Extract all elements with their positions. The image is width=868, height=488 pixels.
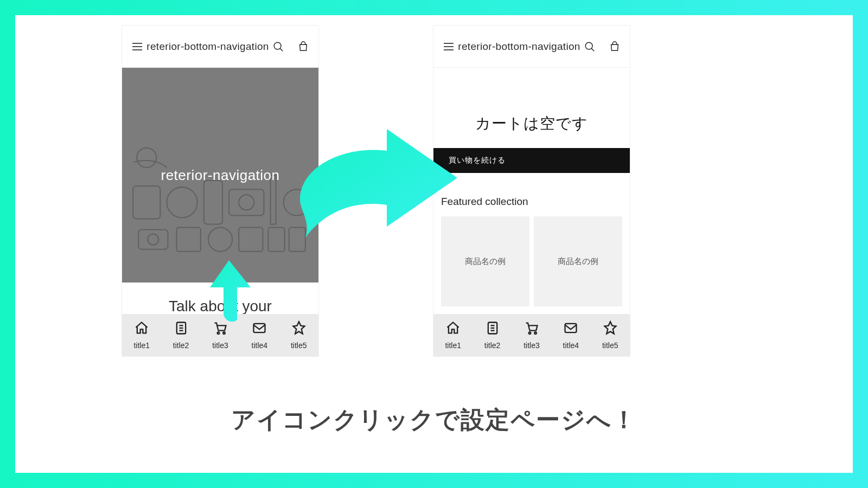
bottomnav-label: title5 [602,341,618,350]
bottom-nav: title1title2title3title4title5 [433,314,630,356]
svg-line-4 [280,48,283,51]
cart-icon [213,320,228,338]
bottomnav-item-list[interactable]: title2 [173,320,189,350]
svg-rect-5 [133,186,160,219]
list-icon [485,320,500,338]
bottomnav-item-star[interactable]: title5 [602,320,618,350]
canvas: reterior-bottom-navigation [15,15,853,473]
bottomnav-item-cart[interactable]: title3 [212,320,228,350]
product-card[interactable]: 商品名の例 [534,216,622,306]
app-title: reterior-bottom-navigation [456,41,582,53]
svg-rect-38 [565,324,577,332]
list-icon [174,320,189,338]
star-icon [291,320,307,338]
cart-empty-text: カートは空です [433,113,630,134]
bottomnav-label: title4 [252,341,268,350]
svg-point-3 [274,42,281,49]
bottomnav-label: title5 [291,341,307,350]
hamburger-icon[interactable] [130,39,145,54]
bottomnav-item-home[interactable]: title1 [445,320,461,350]
product-card[interactable]: 商品名の例 [441,216,529,306]
svg-rect-12 [138,230,168,249]
svg-point-25 [223,332,225,334]
svg-point-36 [529,332,531,334]
svg-rect-7 [204,181,222,224]
bottomnav-item-cart[interactable]: title3 [524,320,540,350]
hero-image: reterior-navigation [122,68,318,282]
topbar: reterior-bottom-navigation [433,25,630,68]
svg-point-30 [585,42,592,49]
bottomnav-item-star[interactable]: title5 [291,320,307,350]
phone-mock-right: reterior-bottom-navigation カートは空です 買い物を続… [433,25,630,357]
content-area: カートは空です 買い物を続ける Featured collection 商品名の… [433,68,630,314]
topbar: reterior-bottom-navigation [122,25,318,68]
hero-text: reterior-navigation [161,167,279,184]
app-title: reterior-bottom-navigation [145,41,271,53]
svg-point-24 [218,332,220,334]
svg-rect-17 [268,228,284,252]
svg-rect-18 [289,228,305,252]
below-hero-heading: Talk about your [122,282,318,314]
mail-icon [252,320,267,338]
bottomnav-label: title3 [212,341,228,350]
svg-point-13 [148,234,158,245]
svg-point-19 [137,148,156,168]
svg-rect-16 [239,228,263,252]
svg-point-37 [534,332,537,334]
bottomnav-item-mail[interactable]: title4 [563,320,579,350]
bottomnav-item-mail[interactable]: title4 [252,320,268,350]
svg-rect-8 [229,189,264,215]
content-area: reterior-navigation Talk about your [122,68,318,314]
bottomnav-label: title1 [445,341,461,350]
mail-icon [563,320,578,338]
home-icon [134,320,149,338]
gradient-frame: reterior-bottom-navigation [0,0,868,488]
svg-point-11 [284,189,310,215]
bottomnav-label: title2 [484,341,501,350]
bottomnav-label: title2 [173,341,189,350]
cart-icon [524,320,539,338]
search-icon[interactable] [582,39,597,54]
svg-point-9 [239,195,254,210]
phone-mock-left: reterior-bottom-navigation [122,25,319,357]
bottomnav-label: title4 [563,341,579,350]
home-icon [445,320,461,338]
svg-line-31 [591,48,594,51]
caption-text: アイコンクリックで設定ページへ！ [15,404,853,436]
bottom-nav: title1title2title3title4title5 [122,314,318,356]
svg-rect-26 [254,324,265,332]
bottomnav-label: title1 [133,341,150,350]
bag-icon[interactable] [296,39,311,54]
search-icon[interactable] [271,39,286,54]
hamburger-icon[interactable] [441,39,456,54]
svg-rect-14 [177,228,201,252]
bottomnav-label: title3 [524,341,540,350]
product-grid: 商品名の例 商品名の例 [433,216,630,306]
star-icon [603,320,618,338]
svg-point-6 [167,187,197,217]
featured-collection-heading: Featured collection [441,196,630,208]
bottomnav-item-home[interactable]: title1 [133,320,150,350]
bottomnav-item-list[interactable]: title2 [484,320,501,350]
continue-shopping-button[interactable]: 買い物を続ける [433,148,630,173]
svg-point-15 [208,228,232,252]
bag-icon[interactable] [607,39,622,54]
